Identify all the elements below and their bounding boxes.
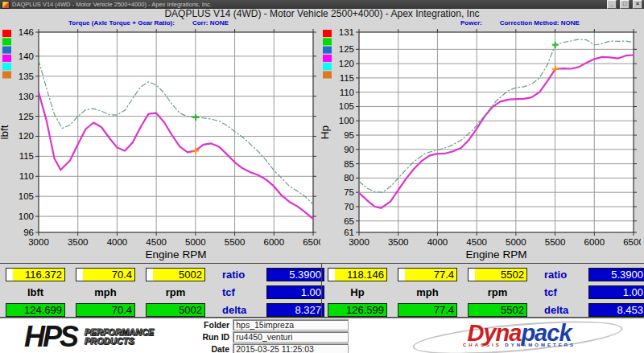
- power-chart[interactable]: 3000350040004500500055006000650061657075…: [320, 28, 641, 263]
- y-tick-label: 105: [19, 191, 34, 201]
- legend-swatch-3[interactable]: [2, 55, 11, 62]
- legend-swatch-1[interactable]: [323, 38, 332, 45]
- folder-label: Folder: [196, 320, 229, 330]
- runid-input[interactable]: ru4450_venturi: [233, 331, 349, 343]
- torque-ref-value: 124.699: [6, 303, 65, 317]
- torque-cursor-rpm: 5002: [146, 268, 205, 281]
- legend-swatch-4[interactable]: [2, 63, 11, 70]
- torque-ratio-label: ratio: [216, 268, 256, 281]
- power-ref-mph: 77.4: [398, 303, 457, 317]
- x-tick-label: 3500: [68, 237, 89, 247]
- torque-readout-table: 116.372 70.4 5002 ratio 5.3900 lbft mph …: [0, 264, 321, 317]
- y-tick-label: 131: [339, 28, 354, 37]
- y-tick-label: 90: [344, 145, 354, 154]
- minimize-button[interactable]: _: [607, 0, 617, 9]
- legend-swatch-2[interactable]: [323, 47, 332, 54]
- hps-sub2: Products: [85, 336, 134, 346]
- torque-chart-panel: 3000350040004500500055006000650096100105…: [0, 28, 320, 263]
- y-tick-label: 120: [339, 59, 354, 68]
- torque-cursor-mph: 70.4: [76, 268, 135, 281]
- x-tick-label: 3000: [349, 237, 369, 247]
- run-info-fields: Folder hps_15impreza Run ID ru4450_ventu…: [196, 318, 349, 353]
- power-mph-unit-label: mph: [398, 285, 457, 299]
- power-subheader: Power:Correction Method: NONE: [460, 19, 580, 27]
- x-tick-label: 5500: [225, 237, 246, 247]
- date-field-row: Date 2015-03-25 11:25:03: [196, 343, 349, 353]
- torque-ref-rpm: 5002: [146, 303, 205, 317]
- y-axis-title: Hp: [320, 125, 331, 139]
- x-axis-title: Engine RPM: [466, 248, 527, 261]
- hps-letters: HPS: [24, 320, 76, 353]
- x-tick-label: 6000: [263, 237, 284, 247]
- x-tick-label: 3000: [28, 237, 49, 247]
- x-tick-label: 4000: [107, 237, 128, 247]
- x-tick-label: 6500: [303, 237, 320, 247]
- legend-swatch-1[interactable]: [2, 38, 11, 45]
- power-ratio-label: ratio: [538, 268, 578, 281]
- plot-area[interactable]: [39, 32, 313, 232]
- y-tick-label: 61: [344, 228, 354, 237]
- legend-swatch-5[interactable]: [2, 72, 11, 79]
- plot-area[interactable]: [359, 32, 634, 232]
- legend-swatch-0[interactable]: [2, 30, 11, 37]
- window-title: DAQPLUS V14 (4WD - Motor Vehicle 2500+40…: [12, 1, 604, 8]
- y-tick-label: 105: [339, 101, 354, 111]
- torque-rpm-unit-label: rpm: [146, 285, 205, 299]
- torque-tcf-label: tcf: [216, 285, 256, 299]
- power-unit-label: Hp: [328, 285, 387, 299]
- torque-delta-label: delta: [216, 303, 256, 317]
- hps-logo: HPS Performance Products: [24, 323, 154, 351]
- power-chart-panel: 3000350040004500500055006000650061657075…: [320, 28, 641, 263]
- x-tick-label: 4500: [146, 237, 167, 247]
- y-tick-label: 130: [19, 92, 34, 101]
- date-input[interactable]: 2015-03-25 11:25:03: [233, 343, 349, 353]
- maximize-button[interactable]: □: [620, 0, 630, 9]
- legend-swatch-0[interactable]: [323, 30, 332, 37]
- close-button[interactable]: ×: [633, 0, 642, 9]
- torque-tcf-value: 1.00: [266, 285, 324, 299]
- y-tick-label: 140: [19, 51, 34, 61]
- power-ref-value: 126.599: [328, 303, 387, 317]
- torque-chart[interactable]: 3000350040004500500055006000650096100105…: [0, 28, 320, 263]
- dynapack-logo: Dynapack CHASSIS DYNAMOMETERS: [419, 321, 620, 353]
- torque-delta-value: 8.327: [266, 303, 324, 317]
- y-tick-label: 110: [340, 88, 354, 97]
- runid-label: Run ID: [196, 332, 229, 342]
- folder-field-row: Folder hps_15impreza: [196, 319, 349, 330]
- power-delta-value: 8.453: [588, 303, 644, 317]
- legend-swatch-4[interactable]: [323, 63, 332, 70]
- y-axis-title: lbft: [0, 125, 10, 139]
- power-ref-rpm: 5502: [468, 303, 527, 317]
- x-tick-label: 5000: [185, 237, 206, 247]
- power-tcf-value: 1.00: [588, 285, 644, 299]
- y-tick-label: 100: [339, 116, 354, 125]
- y-tick-label: 70: [344, 202, 354, 211]
- x-tick-label: 4500: [466, 237, 487, 247]
- y-tick-label: 75: [344, 187, 354, 197]
- folder-input[interactable]: hps_15impreza: [233, 319, 349, 330]
- torque-ratio-value: 5.3900: [266, 268, 324, 281]
- y-tick-label: 96: [23, 228, 34, 237]
- dynapack-logo-text: Dynapack: [419, 321, 620, 345]
- y-tick-label: 85: [344, 159, 354, 169]
- runid-field-row: Run ID ru4450_venturi: [196, 331, 349, 343]
- power-ratio-value: 5.3900: [588, 268, 644, 281]
- chart-subheaders: Torque (Axle Torque + Gear Ratio):Corr: …: [0, 19, 644, 28]
- x-tick-label: 6000: [584, 237, 605, 247]
- dynapack-dynamometers: DYNAMOMETERS: [505, 343, 576, 347]
- torque-subheader-label: Torque (Axle Torque + Gear Ratio):: [68, 19, 175, 27]
- power-corr-label: Correction Method: NONE: [500, 19, 580, 27]
- y-tick-label: 120: [19, 131, 34, 141]
- readout-tables: 116.372 70.4 5002 ratio 5.3900 lbft mph …: [0, 263, 644, 318]
- legend-swatch-2[interactable]: [2, 47, 11, 54]
- y-tick-label: 80: [344, 173, 354, 183]
- power-rpm-unit-label: rpm: [468, 285, 527, 299]
- legend-swatch-3[interactable]: [323, 55, 332, 62]
- y-tick-label: 95: [344, 130, 354, 140]
- power-cursor-value: 118.146: [328, 268, 387, 281]
- x-tick-label: 4000: [427, 237, 448, 247]
- legend-swatch-5[interactable]: [323, 72, 332, 79]
- date-label: Date: [196, 344, 229, 353]
- hps-logo-text: HPS: [24, 323, 76, 351]
- y-tick-label: 115: [340, 73, 354, 83]
